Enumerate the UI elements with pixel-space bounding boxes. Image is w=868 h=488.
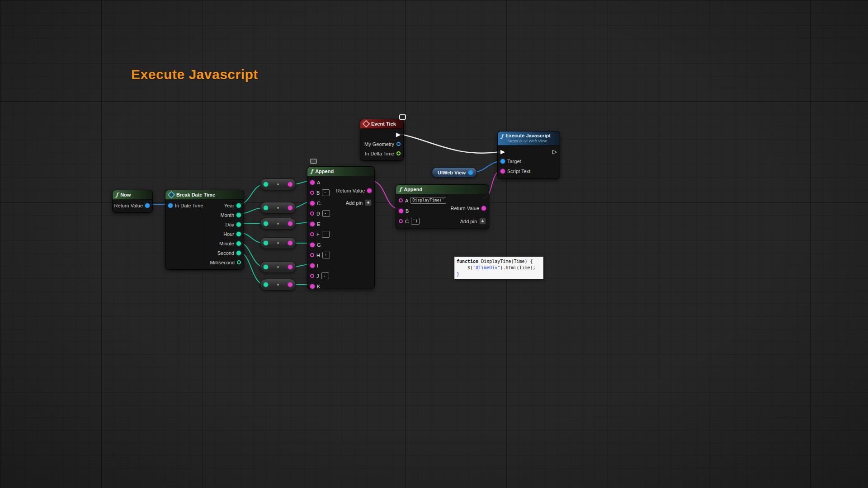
- pin-label: Return Value: [336, 188, 365, 193]
- pin-second[interactable]: [236, 251, 241, 255]
- node-tostring-second[interactable]: [260, 279, 296, 291]
- blueprint-canvas[interactable]: Execute Javascript ƒ Now Return Value Br…: [0, 0, 868, 488]
- node-break-date-time[interactable]: Break Date Time In Date Time Year Month …: [165, 190, 244, 270]
- pin-now-return-value[interactable]: [145, 203, 150, 208]
- pin-in-delta-time[interactable]: [396, 151, 401, 155]
- pin-h-value-field[interactable]: :: [322, 252, 330, 258]
- node-append-wrap[interactable]: ƒ Append A DisplayTime(' B C ') Return V…: [396, 184, 489, 229]
- pin-g[interactable]: [310, 243, 315, 247]
- node-tostring-day[interactable]: [260, 218, 296, 230]
- node-append-main[interactable]: ƒ Append A B - C D -: [307, 166, 375, 289]
- pin-minute[interactable]: [236, 241, 241, 246]
- node-tostring-hour[interactable]: [260, 237, 296, 249]
- pin-c-value-field[interactable]: '): [411, 218, 420, 225]
- conv-input-pin[interactable]: [264, 265, 268, 269]
- code-comment-box[interactable]: function DisplayTime(Time) { $("#TimeDiv…: [454, 257, 543, 279]
- add-pin-button[interactable]: +: [365, 199, 372, 206]
- conv-output-pin[interactable]: [288, 206, 292, 210]
- node-title: Break Date Time: [176, 192, 215, 197]
- pin-f-value-field[interactable]: [322, 231, 330, 238]
- pin-label: Script Text: [507, 169, 530, 174]
- add-pin-button[interactable]: +: [479, 218, 486, 225]
- node-tostring-month[interactable]: [260, 202, 296, 214]
- node-uiweb-view-variable[interactable]: UIWeb View: [432, 167, 477, 178]
- node-title: Event Tick: [371, 121, 396, 127]
- conv-output-pin[interactable]: [288, 282, 292, 287]
- conv-input-pin[interactable]: [264, 282, 268, 287]
- pin-in-date-time[interactable]: [168, 203, 173, 208]
- node-event-tick[interactable]: Event Tick ▶ My Geometry In Delta Time: [360, 119, 404, 161]
- wire-exec-tick-to-execute[interactable]: [398, 134, 500, 153]
- pin-i[interactable]: [310, 263, 315, 268]
- comment-bubble-icon[interactable]: [399, 114, 406, 120]
- pin-c[interactable]: [399, 219, 403, 223]
- comment-bubble-icon[interactable]: [310, 159, 317, 164]
- pin-target[interactable]: [500, 159, 505, 164]
- node-tostring-minute[interactable]: [260, 261, 296, 273]
- conversion-icon: [277, 266, 279, 268]
- pin-h[interactable]: [310, 253, 314, 257]
- wire-uiweb-to-target[interactable]: [473, 161, 501, 172]
- pin-return-value[interactable]: [481, 206, 486, 211]
- pin-d[interactable]: [310, 211, 314, 216]
- pin-uiweb-view-out[interactable]: [468, 170, 473, 175]
- node-subtitle: Target is UI Web View: [501, 139, 547, 144]
- code-line-1: function DisplayTime(Time) {: [457, 258, 541, 265]
- pin-k[interactable]: [310, 284, 315, 289]
- pin-day[interactable]: [236, 222, 241, 227]
- add-pin-label: Add pin: [346, 200, 363, 206]
- pin-label: J: [316, 273, 319, 279]
- pin-b-value-field[interactable]: -: [322, 189, 330, 196]
- pin-return-value[interactable]: [367, 188, 372, 193]
- pin-month[interactable]: [236, 213, 241, 217]
- pin-my-geometry[interactable]: [396, 142, 401, 146]
- pin-year[interactable]: [236, 203, 241, 208]
- node-tostring-year[interactable]: [260, 178, 296, 190]
- pin-c[interactable]: [310, 201, 315, 206]
- conv-output-pin[interactable]: [288, 241, 292, 245]
- pin-script-text[interactable]: [500, 169, 505, 174]
- pin-b[interactable]: [310, 191, 314, 195]
- pin-a[interactable]: [310, 180, 315, 185]
- node-execute-javascript[interactable]: ƒ Execute Javascript Target is UI Web Vi…: [497, 131, 560, 179]
- pin-label: A: [317, 180, 320, 185]
- wire-layer: [0, 0, 868, 488]
- variable-label: UIWeb View: [438, 170, 466, 175]
- node-append-header: ƒ Append: [307, 167, 374, 176]
- conv-output-pin[interactable]: [288, 265, 292, 269]
- conv-input-pin[interactable]: [264, 206, 268, 210]
- node-title: Now: [120, 192, 131, 197]
- pin-label: Month: [220, 212, 234, 218]
- pin-d-value-field[interactable]: -: [322, 210, 330, 217]
- pin-label: A: [405, 198, 408, 203]
- pin-label: Second: [217, 250, 234, 256]
- conversion-icon: [277, 207, 279, 209]
- exec-out-pin[interactable]: ▶: [396, 131, 401, 137]
- pin-j-value-field[interactable]: :: [321, 272, 329, 279]
- pin-label: B: [316, 190, 320, 196]
- pin-f[interactable]: [310, 232, 314, 236]
- pin-a[interactable]: [399, 198, 403, 202]
- pin-label: F: [316, 232, 320, 237]
- pin-b[interactable]: [399, 209, 403, 213]
- conv-input-pin[interactable]: [264, 182, 268, 187]
- pin-label: K: [317, 284, 320, 289]
- conv-output-pin[interactable]: [288, 221, 292, 226]
- pin-label: Day: [225, 222, 234, 227]
- exec-in-pin[interactable]: ▶: [500, 149, 505, 155]
- pin-label: G: [317, 242, 321, 248]
- pin-e[interactable]: [310, 222, 315, 226]
- node-now[interactable]: ƒ Now Return Value: [112, 190, 153, 213]
- node-title: Append: [404, 187, 422, 192]
- conv-input-pin[interactable]: [264, 241, 268, 245]
- pin-j[interactable]: [310, 274, 314, 278]
- pin-label: E: [317, 221, 320, 227]
- pin-a-value-field[interactable]: DisplayTime(': [410, 197, 446, 204]
- conv-input-pin[interactable]: [264, 221, 268, 226]
- node-now-header: ƒ Now: [113, 190, 152, 200]
- pin-millisecond[interactable]: [237, 260, 241, 264]
- conv-output-pin[interactable]: [288, 182, 292, 187]
- exec-out-pin[interactable]: ▷: [552, 149, 557, 155]
- function-icon: ƒ: [116, 192, 118, 197]
- pin-hour[interactable]: [236, 232, 241, 236]
